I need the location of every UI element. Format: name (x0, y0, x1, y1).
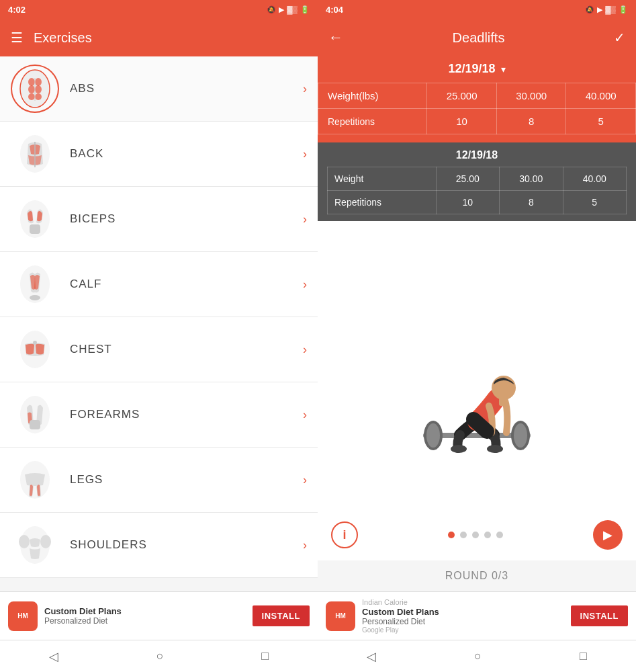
right-install-button[interactable]: INSTALL (571, 605, 628, 626)
date-chevron-icon: ▾ (501, 64, 506, 75)
right-back-nav[interactable]: ◁ (367, 649, 376, 664)
right-battery-icon: 🔋 (619, 5, 628, 14)
svg-point-2 (35, 78, 42, 86)
history-reps-row: Repetitions 10 8 5 (328, 191, 627, 214)
svg-point-1 (28, 78, 35, 86)
reps-val-2[interactable]: 8 (496, 109, 566, 134)
biceps-chevron: › (303, 212, 307, 226)
left-ad-title: Custom Diet Plans (44, 606, 246, 616)
exercise-item-shoulders[interactable]: SHOULDERS › (0, 513, 318, 578)
workout-reps-row: Repetitions 10 8 5 (318, 109, 636, 134)
exercise-item-legs[interactable]: LEGS › (0, 448, 318, 513)
exercise-item-abs[interactable]: ABS › (0, 56, 318, 122)
left-app-header: ☰ Exercises (0, 19, 318, 56)
battery-icon: 🔋 (300, 5, 310, 14)
right-signal-icon: ▓▒ (605, 5, 616, 13)
biceps-label: BICEPS (70, 212, 303, 226)
left-back-nav[interactable]: ◁ (49, 649, 58, 664)
exercise-item-chest[interactable]: CHEST › (0, 317, 318, 382)
legs-svg (15, 460, 55, 500)
svg-point-24 (426, 423, 440, 448)
exercise-item-back[interactable]: BACK › (0, 122, 318, 187)
exercise-list: ABS › BACK › (0, 56, 318, 591)
back-muscle-icon (11, 130, 59, 178)
chest-muscle-icon (11, 325, 59, 374)
image-controls: i ▶ (318, 520, 636, 550)
round-text: ROUND 0/3 (445, 570, 508, 581)
check-button[interactable]: ✓ (614, 30, 625, 46)
right-ad-text: Indian Calorie Custom Diet Plans Persona… (362, 598, 564, 634)
svg-point-21 (40, 535, 51, 548)
abs-label: ABS (70, 82, 303, 95)
svg-point-5 (28, 93, 35, 100)
signal-icon: ▓▒ (287, 5, 298, 13)
left-status-bar: 4:02 🔕 ▶ ▓▒ 🔋 (0, 0, 318, 19)
right-panel: 4:04 🔕 ▶ ▓▒ 🔋 ← Deadlifts ✓ 12/19/18 ▾ W… (318, 0, 636, 672)
history-reps-2: 8 (500, 191, 563, 214)
exercise-detail-title: Deadlifts (453, 30, 505, 46)
chest-label: CHEST (70, 343, 303, 356)
left-ad-logo: HM (8, 601, 38, 631)
biceps-svg (15, 199, 55, 239)
history-weight-row: Weight 25.00 30.00 40.00 (328, 167, 627, 191)
left-nav-bar: ◁ ○ □ (0, 640, 318, 672)
weight-val-1[interactable]: 25.000 (427, 83, 497, 109)
image-dots (448, 532, 503, 538)
play-icon: ▶ (603, 528, 612, 542)
calf-label: CALF (70, 278, 303, 291)
shoulders-chevron: › (303, 538, 307, 552)
left-home-nav[interactable]: ○ (156, 649, 164, 663)
forearms-chevron: › (303, 408, 307, 422)
abs-muscle-icon (11, 65, 59, 113)
reps-label: Repetitions (318, 109, 427, 134)
svg-point-20 (19, 535, 30, 548)
history-section: 12/19/18 Weight 25.00 30.00 40.00 Repeti… (318, 142, 636, 221)
right-ad-banner: HM Indian Calorie Custom Diet Plans Pers… (318, 591, 636, 640)
left-ad-logo-text: HM (17, 612, 28, 620)
right-app-header: ← Deadlifts ✓ (318, 19, 636, 56)
right-ad-title: Custom Diet Plans (362, 607, 564, 617)
exercise-item-biceps[interactable]: BICEPS › (0, 187, 318, 252)
calf-svg (15, 264, 55, 304)
svg-point-13 (30, 295, 40, 300)
left-install-button[interactable]: INSTALL (253, 605, 310, 626)
svg-rect-28 (499, 398, 507, 406)
exercise-item-forearms[interactable]: FOREARMS › (0, 382, 318, 448)
right-home-nav[interactable]: ○ (474, 649, 482, 663)
play-button[interactable]: ▶ (593, 520, 623, 550)
chest-svg (15, 329, 55, 370)
shoulders-svg (15, 525, 55, 565)
svg-point-26 (514, 423, 527, 448)
left-panel: 4:02 🔕 ▶ ▓▒ 🔋 ☰ Exercises (0, 0, 318, 672)
date-selector[interactable]: 12/19/18 ▾ (318, 62, 636, 76)
svg-point-6 (35, 93, 42, 100)
left-status-icons: 🔕 ▶ ▓▒ 🔋 (267, 5, 310, 14)
svg-point-15 (33, 341, 37, 345)
reps-val-1[interactable]: 10 (427, 109, 497, 134)
dot-2 (460, 532, 467, 538)
exercise-image-section: i ▶ (318, 221, 636, 560)
forearms-muscle-icon (11, 390, 59, 439)
svg-rect-17 (30, 420, 40, 429)
info-button[interactable]: i (331, 521, 358, 548)
exercise-item-calf[interactable]: CALF › (0, 252, 318, 317)
history-reps-1: 10 (436, 191, 499, 214)
reps-val-3[interactable]: 5 (566, 109, 636, 134)
forearms-label: FOREARMS (70, 408, 303, 421)
legs-muscle-icon (11, 456, 59, 504)
svg-point-3 (28, 85, 35, 93)
left-recent-nav[interactable]: □ (261, 649, 269, 663)
date-display: 12/19/18 (448, 62, 495, 76)
weight-val-2[interactable]: 30.000 (496, 83, 566, 109)
right-status-icons: 🔕 ▶ ▓▒ 🔋 (585, 5, 628, 14)
back-button[interactable]: ← (328, 29, 343, 46)
right-recent-nav[interactable]: □ (580, 649, 587, 663)
right-ad-logo: HM (326, 601, 355, 631)
weight-val-3[interactable]: 40.000 (566, 83, 636, 109)
hamburger-icon[interactable]: ☰ (11, 30, 23, 46)
calf-chevron: › (303, 278, 307, 292)
svg-point-30 (451, 445, 467, 453)
right-ad-logo-text: HM (335, 612, 346, 620)
right-mute-icon: 🔕 (585, 5, 594, 14)
back-chevron: › (303, 147, 307, 161)
